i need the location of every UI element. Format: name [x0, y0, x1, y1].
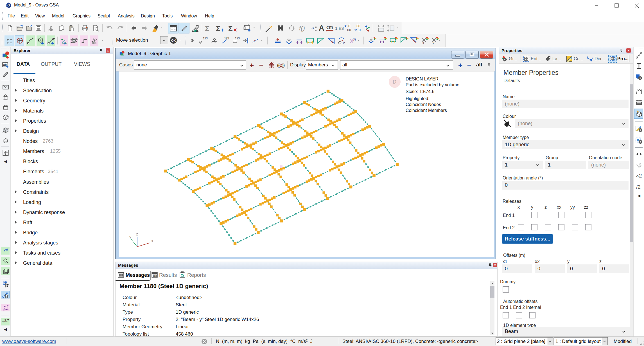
svg-text:.00: .00: [356, 24, 360, 28]
svg-text:123: 123: [235, 37, 240, 40]
svg-text:.00: .00: [346, 28, 351, 32]
svg-text:ab: ab: [3, 63, 7, 66]
svg-text:x: x: [422, 41, 424, 44]
svg-text:OK: OK: [171, 39, 176, 42]
svg-text:123: 123: [203, 37, 208, 40]
svg-text:ob: ob: [153, 275, 156, 277]
svg-text:G: G: [7, 3, 10, 7]
svg-text:123: 123: [224, 37, 229, 40]
svg-text:.0: .0: [358, 28, 361, 32]
svg-text:y: y: [433, 41, 434, 44]
svg-text:P: P: [343, 41, 345, 44]
svg-text:.0: .0: [347, 24, 350, 28]
